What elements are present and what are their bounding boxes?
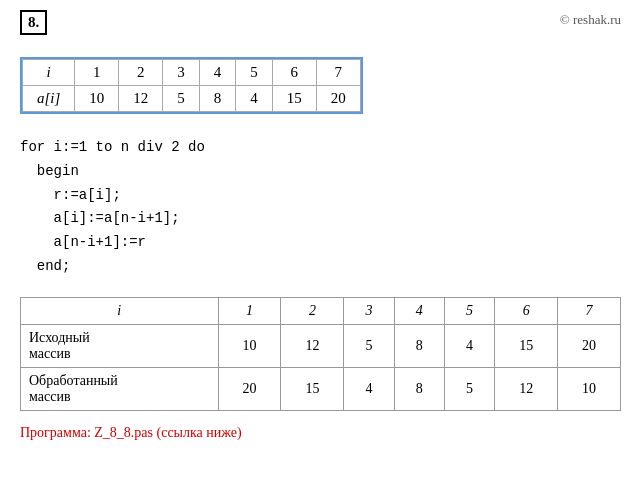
problem-number: 8. xyxy=(20,10,47,35)
top-table-header-row: i 1 2 3 4 5 6 7 xyxy=(23,60,361,86)
bottom-table-row-0-val-5: 4 xyxy=(444,324,494,367)
code-block: for i:=1 to n div 2 do begin r:=a[i]; a[… xyxy=(20,136,621,279)
top-table-col-4: 4 xyxy=(199,60,236,86)
top-table-col-1: 1 xyxy=(75,60,119,86)
top-table-col-6: 6 xyxy=(272,60,316,86)
bottom-table-row-1-val-2: 15 xyxy=(281,367,344,410)
bottom-table-row-1-label-line2: массив xyxy=(29,389,71,404)
bottom-table-row-1: Обработанный массив 20 15 4 8 5 12 10 xyxy=(21,367,621,410)
bottom-table-row-0-val-3: 5 xyxy=(344,324,394,367)
bottom-table-row-0-val-1: 10 xyxy=(218,324,281,367)
top-table-val-5: 4 xyxy=(236,86,273,112)
bottom-table-row-0-label: Исходный массив xyxy=(21,324,219,367)
bottom-table-col-h2: 2 xyxy=(281,297,344,324)
code-line-3: r:=a[i]; xyxy=(20,184,621,208)
reshak-logo: © reshak.ru xyxy=(560,12,621,28)
bottom-table-wrapper: i 1 2 3 4 5 6 7 Исходный массив 10 12 5 … xyxy=(20,297,621,411)
bottom-table-row-0: Исходный массив 10 12 5 8 4 15 20 xyxy=(21,324,621,367)
top-table-val-7: 20 xyxy=(316,86,360,112)
bottom-table-col-h7: 7 xyxy=(558,297,621,324)
code-line-5: a[n-i+1]:=r xyxy=(20,231,621,255)
bottom-table-row-0-val-2: 12 xyxy=(281,324,344,367)
top-table-val-1: 10 xyxy=(75,86,119,112)
bottom-table-col-h5: 5 xyxy=(444,297,494,324)
code-line-6: end; xyxy=(20,255,621,279)
top-table-val-6: 15 xyxy=(272,86,316,112)
bottom-table-row-1-val-1: 20 xyxy=(218,367,281,410)
bottom-table-row-0-val-7: 20 xyxy=(558,324,621,367)
bottom-table-row-1-val-5: 5 xyxy=(444,367,494,410)
bottom-table: i 1 2 3 4 5 6 7 Исходный массив 10 12 5 … xyxy=(20,297,621,411)
top-table-val-3: 5 xyxy=(163,86,200,112)
top-table-col-i: i xyxy=(23,60,75,86)
code-line-4: a[i]:=a[n-i+1]; xyxy=(20,207,621,231)
bottom-table-col-h1: 1 xyxy=(218,297,281,324)
bottom-table-row-0-label-line1: Исходный xyxy=(29,330,90,345)
bottom-table-col-i: i xyxy=(21,297,219,324)
bottom-table-header-row: i 1 2 3 4 5 6 7 xyxy=(21,297,621,324)
bottom-table-row-1-label-line1: Обработанный xyxy=(29,373,118,388)
code-line-1: for i:=1 to n div 2 do xyxy=(20,136,621,160)
bottom-table-col-h6: 6 xyxy=(495,297,558,324)
top-table-col-3: 3 xyxy=(163,60,200,86)
top-table-col-2: 2 xyxy=(119,60,163,86)
top-table-col-5: 5 xyxy=(236,60,273,86)
bottom-table-row-1-val-3: 4 xyxy=(344,367,394,410)
top-table-row-label: a[i] xyxy=(23,86,75,112)
bottom-table-row-0-label-line2: массив xyxy=(29,346,71,361)
top-table-col-7: 7 xyxy=(316,60,360,86)
bottom-table-col-h4: 4 xyxy=(394,297,444,324)
top-table-val-4: 8 xyxy=(199,86,236,112)
top-table: i 1 2 3 4 5 6 7 a[i] 10 12 5 8 4 15 20 xyxy=(22,59,361,112)
bottom-table-row-1-val-6: 12 xyxy=(495,367,558,410)
bottom-table-row-0-val-6: 15 xyxy=(495,324,558,367)
bottom-table-row-0-val-4: 8 xyxy=(394,324,444,367)
program-link: Программа: Z_8_8.pas (ссылка ниже) xyxy=(20,425,621,441)
bottom-table-row-1-label: Обработанный массив xyxy=(21,367,219,410)
code-line-2: begin xyxy=(20,160,621,184)
top-table-data-row: a[i] 10 12 5 8 4 15 20 xyxy=(23,86,361,112)
top-table-wrapper: i 1 2 3 4 5 6 7 a[i] 10 12 5 8 4 15 20 xyxy=(20,57,363,114)
top-table-val-2: 12 xyxy=(119,86,163,112)
bottom-table-row-1-val-4: 8 xyxy=(394,367,444,410)
bottom-table-col-h3: 3 xyxy=(344,297,394,324)
bottom-table-row-1-val-7: 10 xyxy=(558,367,621,410)
